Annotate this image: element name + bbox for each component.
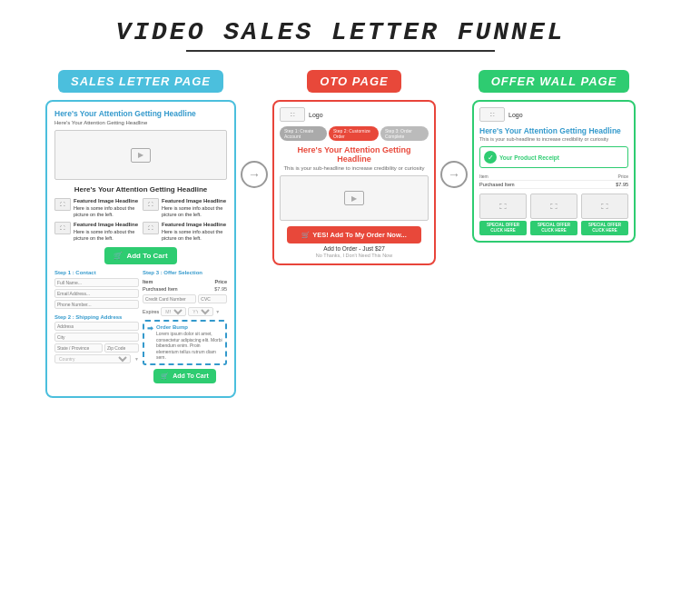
offer-btn-2[interactable]: SPECIAL OFFER CLICK HERE (581, 221, 628, 235)
sales-letter-badge: SALES LETTER PAGE (58, 70, 223, 93)
owp-logo-text: Logo (508, 112, 523, 118)
oto-step1: Step 1: Create Account (280, 126, 327, 141)
bump-arrow: ➡ (147, 324, 153, 333)
phone-field[interactable] (54, 300, 139, 309)
arrow-2-icon: → (440, 161, 468, 188)
oto-badge: OTO PAGE (307, 70, 400, 93)
city-zip-row (54, 343, 139, 354)
oto-logo-box: ⛶ (280, 107, 305, 122)
offer-img-1: ⛶ (530, 194, 577, 219)
bump-title: Order Bump (156, 324, 222, 330)
oto-headline: Here's Your Attention Getting Headline (280, 145, 429, 164)
feature-text-1: Featured Image Headline Here is some inf… (162, 198, 227, 218)
step1-label: Step 1 : Contact (54, 270, 139, 275)
cvc-field[interactable] (198, 294, 227, 303)
receipt-text: Your Product Receipt (499, 154, 559, 161)
slp-steps: Step 1 : Contact Step 2 : Shipping Addre… (54, 270, 227, 389)
offer-wall-badge: OFFER WALL PAGE (479, 70, 630, 93)
step3-label: Step 3 : Offer Selection (143, 270, 227, 275)
owp-sub: This is your sub-headline to increase cr… (479, 136, 628, 142)
oto-inner: ⛶ Logo Step 1: Create Account Step 2: Cu… (274, 102, 434, 263)
oto-logo-bar: ⛶ Logo (280, 107, 429, 122)
oto-buy-button[interactable]: 🛒 YES! Add To My Order Now... (287, 226, 421, 243)
arrow-2-col: → (436, 70, 472, 188)
page-wrapper: VIDEO SALES LETTER FUNNEL SALES LETTER P… (0, 0, 681, 416)
cc-row (143, 294, 227, 305)
oto-steps-bar: Step 1: Create Account Step 2: Customize… (280, 126, 429, 141)
arrow-1-icon: → (241, 161, 268, 188)
funnel-columns: SALES LETTER PAGE Here's Your Attention … (14, 70, 667, 398)
oto-step3: Step 3: Order Complete (380, 126, 429, 141)
offer-btn-0[interactable]: SPECIAL OFFER CLICK HERE (479, 221, 527, 235)
mm-select[interactable]: MM (161, 307, 186, 316)
title-underline (186, 50, 495, 52)
oto-col: OTO PAGE ⛶ Logo Step 1: Create Account S… (272, 70, 436, 265)
receipt-check-icon: ✓ (484, 151, 497, 164)
slp-subheadline: Here's Your Attention Getting Headline (54, 120, 227, 125)
owp-logo-box: ⛶ (479, 107, 505, 122)
address-field[interactable] (54, 322, 139, 331)
full-name-field[interactable] (54, 278, 139, 287)
offer-item-0: ⛶ SPECIAL OFFER CLICK HERE (479, 194, 527, 235)
feature-item-3: ⛶ Featured Image Headline Here is some i… (143, 222, 227, 242)
slp-features: ⛶ Featured Image Headline Here is some i… (54, 198, 227, 242)
cart-icon-2: 🛒 (161, 373, 169, 380)
step-col-3: Step 3 : Offer Selection Item Price Purc… (143, 270, 227, 389)
main-title: VIDEO SALES LETTER FUNNEL (14, 18, 667, 46)
sales-letter-col: SALES LETTER PAGE Here's Your Attention … (45, 70, 236, 398)
oto-sub: This is your sub-headline to increase cr… (280, 165, 429, 171)
country-row: Country ▼ (54, 354, 139, 363)
oto-logo-text: Logo (309, 112, 323, 118)
feature-item-2: ⛶ Featured Image Headline Here is some i… (54, 222, 139, 242)
slp-inner: Here's Your Attention Getting Headline H… (47, 102, 234, 396)
expires-row: Expires MM YY ▼ (143, 307, 227, 316)
owp-headline: Here's Your Attention Getting Headline (479, 126, 628, 135)
bump-desc: Lorem ipsum dolor sit amet, consectetur … (156, 331, 222, 361)
city-field[interactable] (54, 333, 139, 342)
offer-item-1: ⛶ SPECIAL OFFER CLICK HERE (530, 194, 577, 235)
oto-video-box: ▶ (280, 175, 429, 221)
add-to-cart-button-1[interactable]: 🛒 Add To Cart (104, 247, 176, 264)
feature-item-1: ⛶ Featured Image Headline Here is some i… (143, 198, 227, 218)
offer-wall-col: OFFER WALL PAGE ⛶ Logo Here's Your Atten… (472, 70, 636, 243)
feature-img-2: ⛶ (54, 222, 71, 234)
state-field[interactable] (54, 343, 103, 353)
slp-section-title: Here's Your Attention Getting Headline (54, 185, 227, 194)
owp-logo-bar: ⛶ Logo (479, 107, 628, 122)
order-bump-box: ➡ Order Bump Lorem ipsum dolor sit amet,… (143, 320, 227, 365)
step2-label: Step 2 : Shipping Address (54, 314, 139, 320)
feature-img-1: ⛶ (143, 198, 159, 211)
order-table: Item Price Purchased Item $7.95 (143, 278, 227, 293)
add-to-cart-button-2[interactable]: 🛒 Add To Cart (153, 369, 216, 383)
offer-item-2: ⛶ SPECIAL OFFER CLICK HERE (581, 194, 628, 235)
country-select[interactable]: Country (54, 354, 131, 363)
owp-inner: ⛶ Logo Here's Your Attention Getting Hea… (474, 102, 634, 241)
oto-no-thanks: No Thanks, I Don't Need This Now (280, 253, 429, 258)
feature-text-2: Featured Image Headline Here is some inf… (74, 222, 139, 242)
video-icon: ▶ (131, 148, 151, 163)
cc-number-field[interactable] (143, 294, 196, 303)
zip-field[interactable] (104, 343, 139, 353)
owp-receipt: ✓ Your Product Receipt (479, 146, 628, 168)
owp-offers-grid: ⛶ SPECIAL OFFER CLICK HERE ⛶ SPECIAL OFF… (479, 194, 628, 235)
bump-content: Order Bump Lorem ipsum dolor sit amet, c… (156, 324, 222, 361)
slp-video-box: ▶ (54, 130, 227, 180)
oto-add-text: Add to Order - Just $27 (280, 245, 429, 252)
country-chevron: ▼ (134, 356, 139, 362)
offer-btn-1[interactable]: SPECIAL OFFER CLICK HERE (530, 221, 577, 235)
owp-order-table: Item Price Purchased Item $7.95 (479, 173, 628, 189)
feature-img-0: ⛶ (54, 198, 71, 211)
arrow-1-col: → (236, 70, 272, 188)
expires-label: Expires (143, 309, 159, 314)
yy-select[interactable]: YY (188, 307, 213, 316)
feature-text-3: Featured Image Headline Here is some inf… (162, 222, 227, 242)
bump-arrow-icon: ➡ (147, 324, 153, 333)
oto-frame: ⛶ Logo Step 1: Create Account Step 2: Cu… (272, 100, 436, 265)
sales-letter-frame: Here's Your Attention Getting Headline H… (45, 100, 236, 398)
cart-icon-1: 🛒 (114, 252, 123, 260)
mm-chevron: ▼ (215, 309, 220, 314)
feature-img-3: ⛶ (143, 222, 159, 234)
offer-wall-frame: ⛶ Logo Here's Your Attention Getting Hea… (472, 100, 636, 243)
email-field[interactable] (54, 289, 139, 298)
oto-video-icon: ▶ (344, 191, 364, 205)
